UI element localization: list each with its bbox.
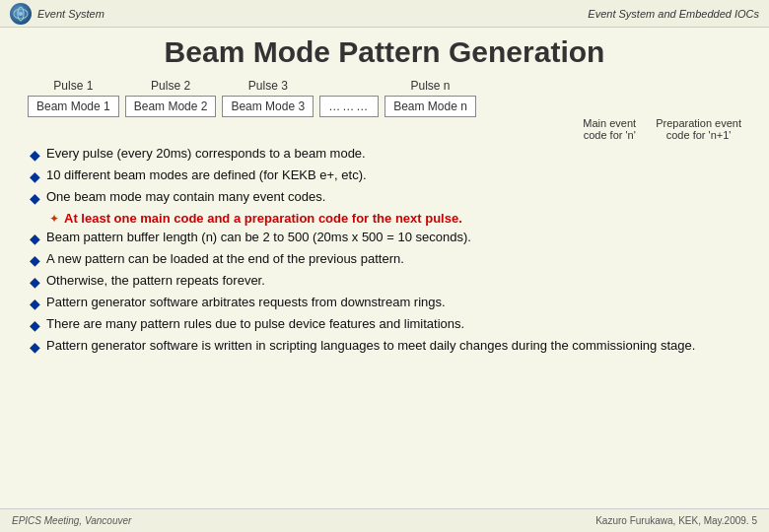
bullet-text-2: 10 different beam modes are defined (for… [46,166,367,184]
bullet-item-6: ◆ Otherwise, the pattern repeats forever… [30,272,749,292]
bullet-item-9: ◆ Pattern generator software is written … [30,337,749,357]
footer-bar: EPICS Meeting, Vancouver Kazuro Furukawa… [0,508,769,532]
event-code-labels-row: Main eventcode for 'n' Preparation event… [20,117,749,141]
page-title: Beam Mode Pattern Generation [20,35,749,69]
pulse-label-1: Pulse 1 [53,79,93,93]
diamond-icon-8: ◆ [30,316,40,335]
sub-bullet-item-1: ✦ At least one main code and a preparati… [30,210,749,228]
pulse-col-dots: ……… [319,79,379,117]
bullet-item-3: ◆ One beam mode may contain many event c… [30,188,749,208]
prep-event-label: Preparation eventcode for 'n+1' [656,117,741,141]
sub-bullet-text-1: At least one main code and a preparation… [64,210,462,228]
bullet-item-2: ◆ 10 different beam modes are defined (f… [30,166,749,186]
bullet-text-4: Beam pattern buffer length (n) can be 2 … [46,229,471,246]
bullet-item-1: ◆ Every pulse (every 20ms) corresponds t… [30,145,749,165]
bullet-text-3: One beam mode may contain many event cod… [46,188,325,206]
bullet-text-7: Pattern generator software arbitrates re… [46,294,446,311]
bullet-text-9: Pattern generator software is written in… [46,337,695,355]
bullet-item-7: ◆ Pattern generator software arbitrates … [30,294,749,313]
bullet-text-1: Every pulse (every 20ms) corresponds to … [46,145,366,163]
pulse-dots: ……… [319,96,379,117]
pulse-col-1: Pulse 1 Beam Mode 1 [28,79,119,117]
svg-point-2 [19,12,23,16]
pulse-label-2: Pulse 2 [151,79,190,93]
bullet-text-8: There are many pattern rules due to puls… [46,315,464,333]
pulse-box-1: Beam Mode 1 [28,96,119,117]
pulse-boxes-row: Pulse 1 Beam Mode 1 Pulse 2 Beam Mode 2 … [20,79,749,117]
diamond-icon-2: ◆ [30,167,40,186]
main-event-label: Main eventcode for 'n' [583,117,636,141]
header-left-title: Event System [37,8,105,20]
pulse-box-3: Beam Mode 3 [222,96,314,117]
pulse-label-dots [347,79,350,93]
kek-logo-icon [10,3,32,25]
sub-diamond-icon-1: ✦ [49,211,59,227]
pulse-box-2: Beam Mode 2 [125,96,217,117]
bullet-section: ◆ Every pulse (every 20ms) corresponds t… [20,145,749,357]
pulse-diagram: Pulse 1 Beam Mode 1 Pulse 2 Beam Mode 2 … [20,79,749,141]
main-event-text: Main eventcode for 'n' [583,117,636,141]
pulse-label-3: Pulse 3 [248,79,288,93]
bullet-text-5: A new pattern can be loaded at the end o… [46,250,404,268]
diamond-icon-3: ◆ [30,189,40,208]
footer-left-text: EPICS Meeting, Vancouver [12,515,131,526]
pulse-box-n: Beam Mode n [384,96,476,117]
diamond-icon-6: ◆ [30,273,40,292]
pulse-col-3: Pulse 3 Beam Mode 3 [222,79,314,117]
bullet-item-8: ◆ There are many pattern rules due to pu… [30,315,749,335]
pulse-label-n: Pulse n [411,79,451,93]
diamond-icon-4: ◆ [30,230,40,248]
pulse-col-n: Pulse n Beam Mode n [384,79,476,117]
diamond-icon-7: ◆ [30,295,40,313]
diamond-icon-1: ◆ [30,146,40,165]
bullet-item-5: ◆ A new pattern can be loaded at the end… [30,250,749,270]
header-logo: Event System [10,3,105,25]
footer-right-text: Kazuro Furukawa, KEK, May.2009. 5 [595,515,757,526]
header-right-title: Event System and Embedded IOCs [588,8,759,20]
bullet-text-6: Otherwise, the pattern repeats forever. [46,272,265,290]
prep-event-text: Preparation eventcode for 'n+1' [656,117,741,141]
diamond-icon-5: ◆ [30,251,40,270]
bullet-item-4: ◆ Beam pattern buffer length (n) can be … [30,229,749,248]
pulse-col-2: Pulse 2 Beam Mode 2 [125,79,217,117]
header-bar: Event System Event System and Embedded I… [0,0,769,28]
diamond-icon-9: ◆ [30,338,40,357]
main-content: Beam Mode Pattern Generation Pulse 1 Bea… [0,28,769,365]
